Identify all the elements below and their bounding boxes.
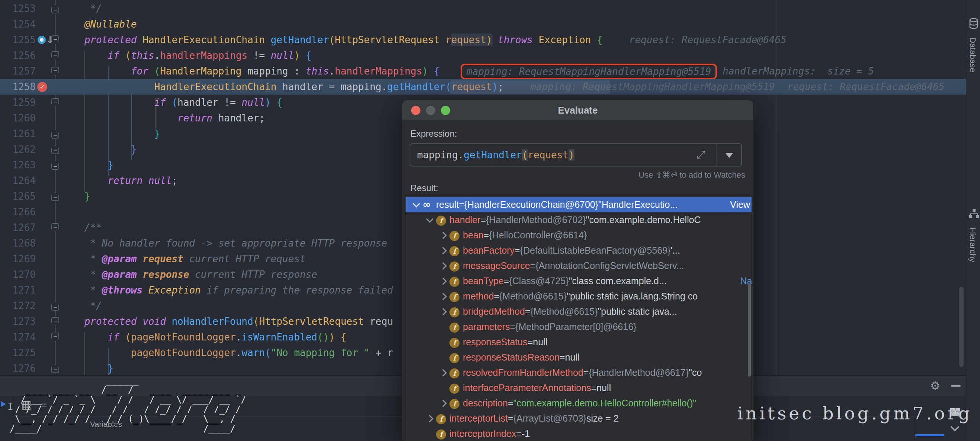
fold-marker-icon[interactable] [51,364,59,373]
fold-marker-icon[interactable] [51,145,59,154]
code-line[interactable]: 1256 if (this.handlerMappings != null) { [0,48,966,63]
fold-marker-icon[interactable] [51,317,59,326]
tree-row[interactable]: fmethod = {Method@6615} "public static j… [406,289,752,304]
fold-marker-icon[interactable] [51,67,59,76]
tree-row[interactable]: fresponseStatus = null [406,334,752,350]
fold-marker-icon[interactable] [51,301,59,311]
fold-marker-icon[interactable] [51,332,59,342]
line-number[interactable]: 1263 [0,157,36,173]
chevron-right-icon[interactable] [439,369,447,377]
dialog-title: Evaluate [402,100,753,120]
line-number[interactable]: 1273 [0,314,36,329]
line-number[interactable]: 1255 [0,32,36,48]
chevron-right-icon[interactable] [439,262,447,270]
field-icon: f [449,368,460,379]
tree-row[interactable]: fresponseStatusReason = null [406,350,752,365]
variable-value: = [508,398,514,409]
tree-row[interactable]: finterceptorIndex = -1 [406,426,752,441]
tree-row[interactable]: ∞result = {HandlerExecutionChain@6700} "… [406,197,752,212]
chevron-right-icon[interactable] [439,293,447,300]
code-text: * @param response current HTTP response [61,267,317,282]
line-number[interactable]: 1256 [0,48,36,63]
inline-debug-hint-annotated: mapping: RequestMappingHandlerMapping@55… [461,64,717,79]
code-text: * @param request current HTTP request [61,251,305,267]
tree-row[interactable]: fbeanType = {Class@4725} "class com.exam… [406,273,752,289]
fold-marker-icon[interactable] [51,98,59,107]
variable-value: = [525,306,531,317]
variable-name: beanFactory [463,245,515,256]
line-number[interactable]: 1274 [0,329,36,345]
line-number[interactable]: 1258 [0,79,36,94]
breakpoint-icon[interactable]: ✓ [37,82,47,92]
code-line[interactable]: 1253 */ [0,1,966,16]
line-number[interactable]: 1270 [0,267,36,282]
chevron-right-icon[interactable] [439,308,447,315]
fold-marker-icon[interactable] [51,129,59,139]
editor-scrollbar[interactable] [959,287,964,367]
variable-name: interceptorList [449,413,508,424]
line-number[interactable]: 1276 [0,361,36,376]
resume-icon[interactable] [1,401,6,407]
fold-marker-icon[interactable] [51,4,59,13]
code-text: HandlerExecutionChain handler = mapping.… [61,79,504,94]
database-icon[interactable] [969,18,978,30]
view-link[interactable]: View [730,199,752,210]
line-number[interactable]: 1266 [0,204,36,220]
chevron-down-icon[interactable] [950,422,959,431]
tree-scrollbar[interactable] [748,283,751,377]
tree-row[interactable]: fparameters = {MethodParameter[0]@6616} [406,319,752,334]
line-number[interactable]: 1254 [0,16,36,32]
tool-stripe-database[interactable]: Database [968,37,977,72]
code-line[interactable]: 1257 for (HandlerMapping mapping : this.… [0,63,966,79]
line-number[interactable]: 1272 [0,298,36,314]
line-number[interactable]: 1262 [0,142,36,157]
tree-row[interactable]: finterfaceParameterAnnotations = null [406,380,752,396]
line-number[interactable]: 1259 [0,94,36,110]
line-number[interactable]: 1260 [0,110,36,126]
line-number[interactable]: 1264 [0,173,36,189]
chevron-right-icon[interactable] [439,278,447,285]
line-number[interactable]: 1268 [0,235,36,251]
line-number[interactable]: 1269 [0,251,36,267]
dialog-titlebar[interactable]: Evaluate [402,100,753,121]
chevron-down-icon[interactable] [426,215,433,223]
code-text: } [61,189,90,204]
variable-name: resolvedFromHandlerMethod [463,367,583,378]
code-text: * No handler found -> set appropriate HT… [61,235,387,251]
expression-input[interactable]: mapping.getHandler(request) ⤢ [410,144,742,166]
line-number[interactable]: 1267 [0,220,36,235]
expression-value[interactable]: mapping.getHandler(request) [417,144,574,166]
line-number[interactable]: 1275 [0,345,36,361]
tree-row[interactable]: fresolvedFromHandlerMethod = {HandlerMet… [406,365,752,380]
chevron-right-icon[interactable] [439,247,447,254]
tree-row[interactable]: fmessageSource = {AnnotationConfigServle… [406,258,752,273]
expression-history-dropdown[interactable] [717,144,741,166]
tree-row[interactable]: fbean = {HelloController@6614} [406,228,752,243]
code-line[interactable]: 1254 @Nullable [0,16,966,32]
fold-marker-icon[interactable] [51,161,59,170]
tree-row[interactable]: fbridgedMethod = {Method@6615} "public s… [406,304,752,319]
ide-window: 1253 */1254 @Nullable1255↓ protected Han… [0,0,980,441]
line-number[interactable]: 1271 [0,282,36,298]
line-number[interactable]: 1265 [0,189,36,204]
hide-panel-icon[interactable] [951,385,961,387]
inline-debug-hint: request: RequestFacade@6465 [787,79,945,94]
gear-icon[interactable]: ⚙ [930,380,940,391]
tool-stripe-hierarchy[interactable]: Hierarchy [968,227,977,262]
fold-marker-icon[interactable] [51,223,59,232]
hierarchy-icon[interactable] [969,209,979,219]
tree-row[interactable]: fbeanFactory = {DefaultListableBeanFacto… [406,243,752,258]
line-number[interactable]: 1253 [0,1,36,16]
tree-row[interactable]: fhandler = {HandlerMethod@6702} "com.exa… [406,212,752,228]
fold-marker-icon[interactable] [51,51,59,60]
fold-marker-icon[interactable] [51,192,59,201]
line-number[interactable]: 1261 [0,126,36,142]
chevron-down-icon[interactable] [413,200,420,208]
line-number[interactable]: 1257 [0,63,36,79]
tree-row[interactable]: finterceptorList = {ArrayList@6703} size… [406,411,752,426]
tree-row[interactable]: fdescription = "com.example.demo.HelloCo… [406,396,752,411]
chevron-right-icon[interactable] [426,415,433,422]
expand-icon[interactable]: ⤢ [697,144,705,166]
chevron-right-icon[interactable] [439,399,447,407]
chevron-right-icon[interactable] [439,232,447,239]
